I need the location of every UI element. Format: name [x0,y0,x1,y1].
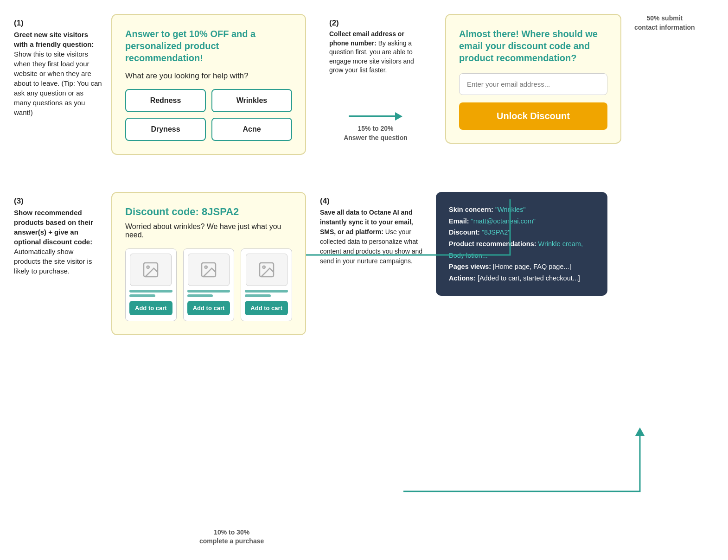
step3-label: (3) Show recommended products based on t… [14,192,107,280]
product-card-2: Add to cart [183,248,235,321]
email-value: "matt@octaneai.com" [471,217,536,225]
product-image-3 [246,254,287,286]
step4-description: Save all data to Octane AI and instantly… [320,208,427,266]
step4-number: (4) [320,197,427,206]
options-grid: Redness Wrinkles Dryness Acne [125,89,292,141]
arrow-label-12: 15% to 20%Answer the question [344,124,408,142]
card3-title: Discount code: 8JSPA2 [125,206,292,218]
option-redness[interactable]: Redness [125,89,206,112]
actions-value: [Added to cart, started checkout...] [478,274,580,282]
product-lines-1 [129,290,172,297]
option-acne[interactable]: Acne [211,118,292,141]
data-card-content: Skin concern: "Wrinkles" Email: "matt@oc… [449,204,594,284]
product-line [187,290,230,293]
submit-info-area: 50% submitcontact information [626,14,719,46]
step2-mid-area: (2) Collect email address or phone numbe… [311,14,441,142]
product-card-3: Add to cart [241,248,292,321]
page-wrapper: (1) Greet new site visitors with a frien… [0,0,728,560]
top-section: (1) Greet new site visitors with a frien… [0,0,728,155]
page-views-value: [Home page, FAQ page...] [493,263,571,270]
discount-label: Discount: [449,229,480,236]
svg-point-5 [205,266,207,268]
svg-marker-1 [635,427,645,436]
card1-title: Answer to get 10% OFF and a personalized… [125,28,292,64]
card2-title: Almost there! Where should we email your… [459,28,607,64]
card1-question: What are you looking for help with? [125,71,292,81]
product-image-2 [188,254,230,286]
page-views-label: Pages views: [449,263,491,270]
option-dryness[interactable]: Dryness [125,118,206,141]
product-image-1 [130,254,172,286]
email-label: Email: [449,217,469,225]
card2: Almost there! Where should we email your… [445,14,621,144]
product-lines-3 [245,290,288,297]
step3-number: (3) [14,197,102,206]
step2-number: (2) [329,19,422,28]
bottom-section: (3) Show recommended products based on t… [0,192,728,349]
add-to-cart-2[interactable]: Add to cart [187,301,230,315]
step2-description: Collect email address or phone number: B… [329,30,422,75]
card3-subtitle: Worried about wrinkles? We have just wha… [125,223,292,239]
add-to-cart-3[interactable]: Add to cart [245,301,288,315]
submit-percent-label: 50% submitcontact information [634,14,695,32]
step1-number: (1) [14,19,102,28]
product-lines-2 [187,290,230,297]
step3-description: Show recommended products based on their… [14,208,102,276]
step1-desc-text: Show this to site visitors when they fir… [14,50,102,116]
arrow-head [395,112,402,121]
svg-point-3 [147,266,149,268]
step1-label: (1) Greet new site visitors with a frien… [14,14,107,122]
product-line-short [187,294,213,297]
product-line [129,290,172,293]
data-card: Skin concern: "Wrinkles" Email: "matt@oc… [436,192,607,296]
option-wrinkles[interactable]: Wrinkles [211,89,292,112]
product-card-1: Add to cart [125,248,177,321]
step4-area: (4) Save all data to Octane AI and insta… [311,192,431,271]
step2-header: (2) Collect email address or phone numbe… [329,14,422,75]
products-row: Add to cart Add to cart [125,248,292,321]
skin-concern-value: "Wrinkles" [495,206,526,213]
product-line [245,290,288,293]
card1: Answer to get 10% OFF and a personalized… [111,14,306,155]
bottom-percent-label: 10% to 30%complete a purchase [199,528,264,546]
svg-point-7 [262,266,265,268]
email-input[interactable] [459,73,607,95]
discount-value: "8JSPA2" [482,229,511,236]
product-line-short [245,294,271,297]
arrow-right-container [349,112,402,121]
arrow-line [349,115,395,117]
add-to-cart-1[interactable]: Add to cart [129,301,172,315]
actions-label: Actions: [449,274,476,282]
unlock-discount-button[interactable]: Unlock Discount [459,102,607,130]
product-rec-label: Product recommendations: [449,240,536,248]
step1-description: Greet new site visitors with a friendly … [14,30,102,117]
card3: Discount code: 8JSPA2 Worried about wrin… [111,192,306,335]
skin-concern-label: Skin concern: [449,206,493,213]
product-line-short [129,294,155,297]
